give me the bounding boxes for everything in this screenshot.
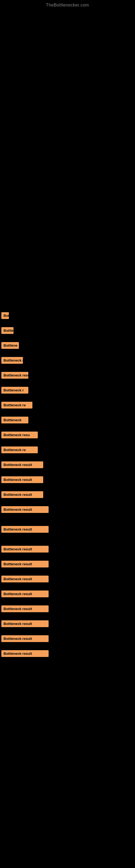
bottleneck-item-10: Bottleneck re	[0, 444, 135, 456]
bottleneck-label-5[interactable]: Bottleneck resu	[1, 372, 28, 379]
bottleneck-label-20[interactable]: Bottleneck result	[1, 606, 49, 612]
bottleneck-label-22[interactable]: Bottleneck result	[1, 635, 49, 642]
bottleneck-label-7[interactable]: Bottleneck re	[1, 402, 32, 408]
bottleneck-label-16[interactable]: Bottleneck result	[1, 546, 49, 553]
site-title: TheBottlenecker.com	[0, 0, 135, 9]
bottleneck-item-4: Bottleneck r	[0, 355, 135, 366]
bottleneck-label-13[interactable]: Bottleneck result	[1, 491, 43, 498]
bottleneck-results-container: Bottl Bottleneck Bottlene Bottleneck r B…	[0, 307, 135, 662]
bottleneck-label-9[interactable]: Bottleneck resu	[1, 432, 38, 438]
bottleneck-item-1: Bottl	[0, 310, 135, 321]
chart-area	[0, 9, 135, 307]
bottleneck-label-12[interactable]: Bottleneck result	[1, 476, 43, 483]
bottleneck-label-11[interactable]: Bottleneck result	[1, 461, 43, 468]
bottleneck-item-23: Bottleneck result	[0, 648, 135, 659]
bottleneck-label-2[interactable]: Bottleneck	[1, 327, 13, 334]
bottleneck-label-6[interactable]: Bottleneck r	[1, 387, 28, 394]
bottleneck-item-12: Bottleneck result	[0, 474, 135, 485]
bottleneck-item-17: Bottleneck result	[0, 558, 135, 569]
bottleneck-label-23[interactable]: Bottleneck result	[1, 650, 49, 657]
bottleneck-label-8[interactable]: Bottleneck	[1, 416, 28, 424]
bottleneck-item-6: Bottleneck r	[0, 384, 135, 396]
bottleneck-label-14[interactable]: Bottleneck result	[1, 506, 49, 513]
bottleneck-item-3: Bottlene	[0, 340, 135, 351]
bottleneck-label-18[interactable]: Bottleneck result	[1, 576, 49, 582]
bottleneck-item-2: Bottleneck	[0, 325, 135, 336]
bottleneck-item-18: Bottleneck result	[0, 574, 135, 585]
bottleneck-item-9: Bottleneck resu	[0, 429, 135, 440]
bottleneck-label-17[interactable]: Bottleneck result	[1, 561, 49, 567]
bottleneck-item-22: Bottleneck result	[0, 633, 135, 644]
bottleneck-item-20: Bottleneck result	[0, 603, 135, 614]
bottleneck-item-13: Bottleneck result	[0, 489, 135, 500]
bottleneck-item-7: Bottleneck re	[0, 400, 135, 411]
bottleneck-item-5: Bottleneck resu	[0, 370, 135, 381]
bottleneck-item-19: Bottleneck result	[0, 588, 135, 599]
bottleneck-label-3[interactable]: Bottlene	[1, 342, 19, 349]
bottleneck-item-14: Bottleneck result	[0, 504, 135, 515]
bottleneck-item-21: Bottleneck result	[0, 618, 135, 629]
bottleneck-label-10[interactable]: Bottleneck re	[1, 446, 38, 453]
bottleneck-item-11: Bottleneck result	[0, 459, 135, 470]
bottleneck-label-4[interactable]: Bottleneck r	[1, 357, 23, 364]
bottleneck-item-15: Bottleneck result	[0, 524, 135, 535]
bottleneck-label-15[interactable]: Bottleneck result	[1, 526, 49, 533]
bottleneck-label-21[interactable]: Bottleneck result	[1, 620, 49, 627]
bottleneck-item-8: Bottleneck	[0, 414, 135, 426]
bottleneck-label-19[interactable]: Bottleneck result	[1, 590, 49, 597]
bottleneck-label-1[interactable]: Bottl	[1, 312, 9, 319]
bottleneck-item-16: Bottleneck result	[0, 544, 135, 555]
